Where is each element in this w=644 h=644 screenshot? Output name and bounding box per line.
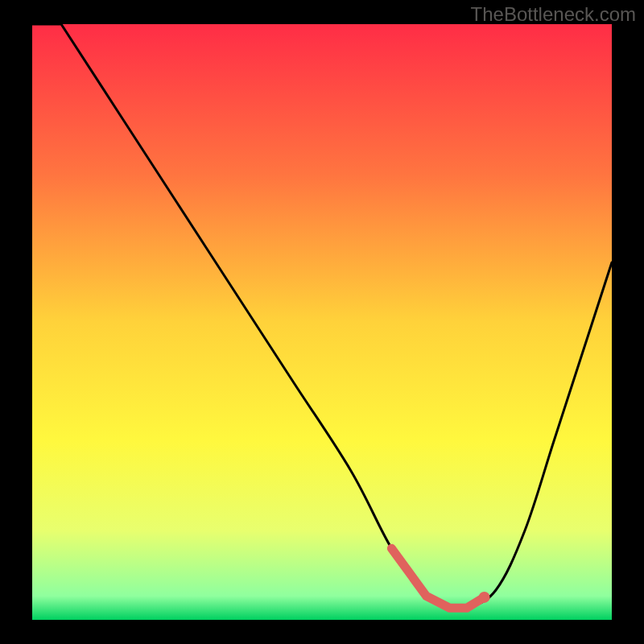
bottleneck-chart	[0, 0, 644, 644]
chart-container: TheBottleneck.com	[0, 0, 644, 644]
watermark-text: TheBottleneck.com	[471, 3, 636, 26]
optimal-end-dot	[479, 592, 490, 603]
